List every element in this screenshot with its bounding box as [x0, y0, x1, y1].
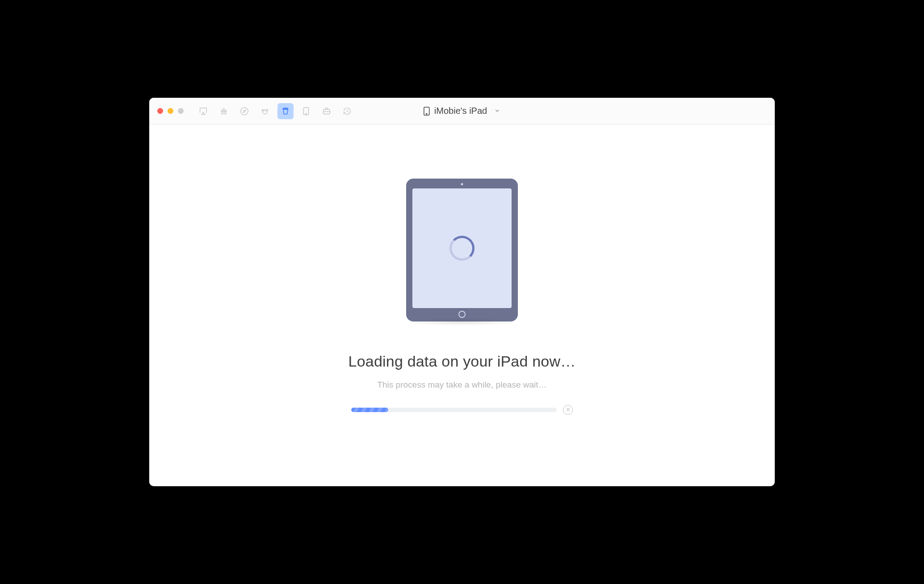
- ipad-screen: [412, 188, 512, 308]
- progress-fill: [351, 408, 388, 412]
- briefcase-icon[interactable]: [319, 103, 335, 119]
- cleanup-icon[interactable]: [216, 103, 232, 119]
- toolbar: [195, 103, 355, 119]
- device-selector[interactable]: iMobie's iPad: [424, 106, 500, 116]
- loading-spinner-icon: [449, 236, 475, 261]
- history-icon[interactable]: [339, 103, 355, 119]
- ipad-camera-icon: [461, 183, 463, 185]
- app-window: iMobie's iPad Loading data on your iPad …: [149, 98, 775, 486]
- device-icon: [424, 107, 430, 116]
- svg-point-2: [266, 110, 267, 111]
- progress-row: [351, 405, 573, 415]
- compass-icon[interactable]: [236, 103, 252, 119]
- traffic-lights: [157, 108, 184, 114]
- svg-point-8: [426, 113, 427, 114]
- bucket-icon[interactable]: [277, 103, 294, 119]
- chevron-down-icon: [494, 106, 500, 116]
- progress-bar: [351, 408, 557, 412]
- loading-title: Loading data on your iPad now…: [349, 353, 576, 370]
- svg-point-5: [306, 113, 307, 114]
- svg-point-0: [241, 107, 248, 115]
- mask-icon[interactable]: [257, 103, 273, 119]
- ipad-home-button-icon: [458, 311, 466, 318]
- ipad-illustration: [406, 179, 518, 321]
- cancel-button[interactable]: [563, 405, 573, 415]
- close-window-button[interactable]: [157, 108, 163, 114]
- minimize-window-button[interactable]: [168, 108, 173, 114]
- ipad-device-icon: [406, 179, 518, 321]
- loading-subtitle: This process may take a while, please wa…: [377, 380, 546, 390]
- tablet-icon[interactable]: [298, 103, 314, 119]
- airplay-icon[interactable]: [195, 103, 211, 119]
- ipad-shadow: [404, 318, 520, 326]
- zoom-window-button[interactable]: [178, 108, 184, 114]
- device-name: iMobie's iPad: [434, 106, 487, 116]
- main-content: Loading data on your iPad now… This proc…: [149, 125, 775, 486]
- svg-point-1: [263, 110, 264, 111]
- titlebar: iMobie's iPad: [149, 98, 775, 125]
